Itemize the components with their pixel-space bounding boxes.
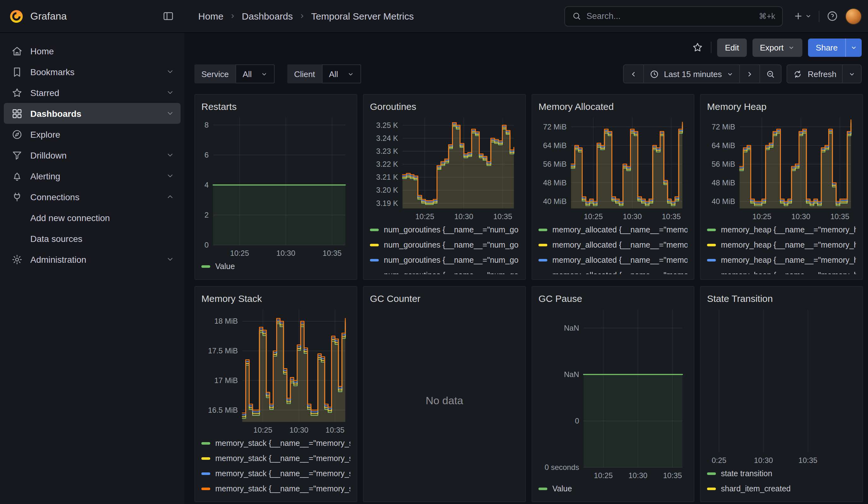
svg-text:17.5 MiB: 17.5 MiB xyxy=(208,347,238,355)
series-color-marker xyxy=(538,229,547,231)
chevron-down-icon[interactable] xyxy=(166,68,174,76)
time-forward-button[interactable] xyxy=(740,64,761,83)
legend-item[interactable]: memory_heap {__name__="memory_h xyxy=(707,268,856,274)
legend-item[interactable]: memory_allocated {__name__="memo xyxy=(538,253,688,268)
legend-item[interactable]: memory_allocated {__name__="memo xyxy=(538,222,688,237)
dashboards-grid-icon xyxy=(11,108,23,119)
chevron-down-icon xyxy=(850,44,857,51)
share-split-button: Share xyxy=(808,38,862,56)
sidebar-item-bookmarks[interactable]: Bookmarks xyxy=(4,61,180,82)
sidebar-item-starred[interactable]: Starred xyxy=(4,82,180,103)
panel-title[interactable]: Goroutines xyxy=(370,99,519,114)
chart-area[interactable]: 0:2510:3010:35 xyxy=(707,306,856,465)
sidebar-item-add-new-connection[interactable]: Add new connection xyxy=(4,207,180,228)
search-input[interactable] xyxy=(587,11,754,21)
service-filter-label: Service xyxy=(194,64,236,83)
breadcrumb-home[interactable]: Home xyxy=(198,11,224,21)
legend-item[interactable]: num_goroutines {__name__="num_go xyxy=(370,222,519,237)
grafana-logo-icon[interactable] xyxy=(9,9,24,24)
sidebar-item-administration[interactable]: Administration xyxy=(4,249,180,270)
legend-item[interactable]: memory_stack {__name__="memory_s xyxy=(202,481,350,496)
sidebar-item-dashboards[interactable]: Dashboards xyxy=(4,103,180,124)
legend-label: num_goroutines {__name__="num_go xyxy=(384,225,519,234)
main-content: Edit Export Share xyxy=(184,33,868,504)
chevron-down-icon[interactable] xyxy=(166,151,174,159)
sidebar-item-connections[interactable]: Connections xyxy=(4,186,180,207)
service-filter-selected: All xyxy=(243,69,252,79)
chart-area[interactable]: 18 MiB17.5 MiB17 MiB16.5 MiB10:2510:3010… xyxy=(202,306,350,434)
chevron-up-icon[interactable] xyxy=(166,193,174,201)
panel-title[interactable]: GC Counter xyxy=(370,290,519,306)
sidebar-item-explore[interactable]: Explore xyxy=(4,124,180,145)
help-button[interactable] xyxy=(826,10,838,22)
panel-title[interactable]: Restarts xyxy=(202,99,350,114)
panel-gc-pause: GC PauseNaNNaN00 seconds10:2510:3010:35V… xyxy=(531,286,694,502)
refresh-button[interactable]: Refresh xyxy=(787,64,843,83)
chevron-down-icon[interactable] xyxy=(166,89,174,96)
panel-title[interactable]: GC Pause xyxy=(538,290,688,306)
legend-item[interactable]: shard_item_created xyxy=(707,481,856,496)
legend-item[interactable]: Value xyxy=(202,259,350,274)
legend-item[interactable]: num_goroutines {__name__="num_go xyxy=(370,237,519,253)
time-range-picker[interactable]: Last 15 minutes xyxy=(643,64,740,83)
legend-item[interactable]: memory_stack {__name__="memory_s xyxy=(202,451,350,466)
breadcrumb-separator-icon xyxy=(229,13,236,20)
legend-item[interactable]: memory_heap {__name__="memory_h xyxy=(707,222,856,237)
breadcrumb-current-page: Temporal Server Metrics xyxy=(311,11,414,21)
legend-item[interactable]: memory_heap {__name__="memory_h xyxy=(707,253,856,268)
legend-item[interactable]: num_goroutines {__name__="num_go xyxy=(370,253,519,268)
legend-item[interactable]: memory_allocated {__name__="memo xyxy=(538,237,688,253)
export-button[interactable]: Export xyxy=(752,38,802,56)
refresh-interval-button[interactable] xyxy=(842,64,862,83)
panel-title[interactable]: Memory Stack xyxy=(202,290,350,306)
sidebar-nav: HomeBookmarksStarredDashboardsExploreDri… xyxy=(0,33,184,504)
svg-text:3.24 K: 3.24 K xyxy=(376,134,398,142)
chart-area[interactable]: 8642010:2510:3010:35 xyxy=(202,114,350,258)
panel-title[interactable]: Memory Allocated xyxy=(538,99,688,114)
svg-text:3.20 K: 3.20 K xyxy=(376,186,398,194)
chart-area[interactable]: NaNNaN00 seconds10:2510:3010:35 xyxy=(538,306,688,480)
panel-title[interactable]: State Transition xyxy=(707,290,856,306)
sidebar-item-alerting[interactable]: Alerting xyxy=(4,165,180,186)
chart-area[interactable]: 72 MiB64 MiB56 MiB48 MiB40 MiB10:2510:30… xyxy=(707,114,856,221)
top-navigation-bar: Grafana Home Dashboards Temporal Server … xyxy=(0,0,868,33)
sidebar-item-drilldown[interactable]: Drilldown xyxy=(4,145,180,165)
legend-item[interactable]: memory_heap {__name__="memory_h xyxy=(707,237,856,253)
sidebar-item-home[interactable]: Home xyxy=(4,40,180,61)
chevron-down-icon[interactable] xyxy=(166,255,174,263)
legend-item[interactable]: Value xyxy=(538,481,688,496)
legend-item[interactable]: num_goroutines {__name__="num_go xyxy=(370,268,519,274)
svg-text:2: 2 xyxy=(205,210,209,219)
chevron-down-icon[interactable] xyxy=(166,172,174,180)
zoom-out-button[interactable] xyxy=(760,64,782,83)
legend: memory_allocated {__name__="memomemory_a… xyxy=(538,222,688,274)
svg-text:10:25: 10:25 xyxy=(594,471,613,480)
search-bar[interactable]: ⌘+k xyxy=(564,6,783,26)
client-filter-value[interactable]: All xyxy=(322,64,361,83)
chart-area[interactable]: 72 MiB64 MiB56 MiB48 MiB40 MiB10:2510:30… xyxy=(538,114,688,221)
panel-memory-stack: Memory Stack18 MiB17.5 MiB17 MiB16.5 MiB… xyxy=(194,286,357,502)
sidebar-item-data-sources[interactable]: Data sources xyxy=(4,228,180,249)
sidebar-item-label: Home xyxy=(30,46,54,56)
sidebar-toggle-icon[interactable] xyxy=(162,10,174,22)
time-back-button[interactable] xyxy=(623,64,643,83)
legend-item[interactable]: memory_stack {__name__="memory_s xyxy=(202,436,350,451)
legend-item[interactable]: memory_allocated {__name__="memo xyxy=(538,268,688,274)
legend-item[interactable]: state transition xyxy=(707,466,856,481)
chart-area[interactable]: 3.25 K3.24 K3.23 K3.22 K3.21 K3.20 K3.19… xyxy=(370,114,519,221)
favorite-star-button[interactable] xyxy=(690,40,705,55)
service-filter-value[interactable]: All xyxy=(236,64,275,83)
chevron-down-icon[interactable] xyxy=(166,109,174,117)
legend-item[interactable]: memory_stack {__name__="memory_s xyxy=(202,466,350,481)
legend-label: Value xyxy=(552,484,572,493)
series-color-marker xyxy=(370,229,379,231)
share-menu-button[interactable] xyxy=(845,38,862,56)
divider xyxy=(819,10,819,22)
breadcrumb-dashboards[interactable]: Dashboards xyxy=(242,11,293,21)
share-button[interactable]: Share xyxy=(808,38,845,56)
variable-filters: Service All Client All xyxy=(194,64,361,83)
add-new-button[interactable] xyxy=(793,11,812,21)
panel-title[interactable]: Memory Heap xyxy=(707,99,856,114)
user-avatar[interactable] xyxy=(845,8,862,24)
edit-button[interactable]: Edit xyxy=(717,38,747,56)
